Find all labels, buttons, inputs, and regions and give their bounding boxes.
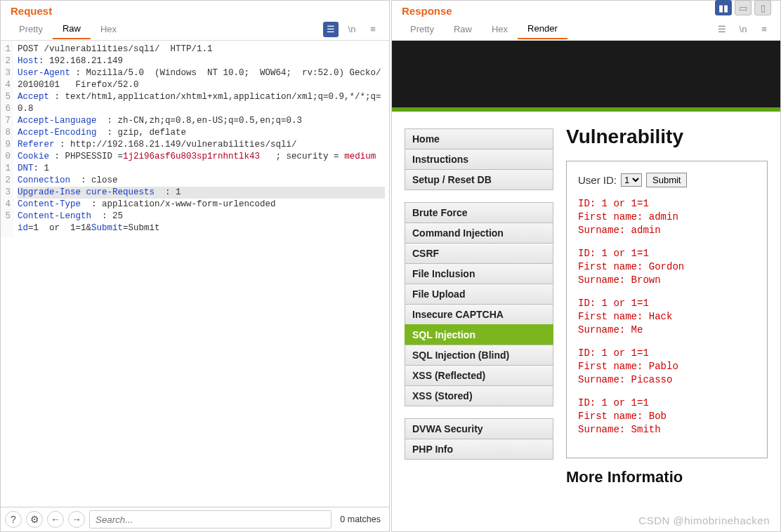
sqli-result: ID: 1 or 1=1 First name: admin Surname: … [578,197,756,237]
sidebar-item-insecure-captcha[interactable]: Insecure CAPTCHA [405,304,553,325]
sidebar-item-sql-injection-blind-[interactable]: SQL Injection (Blind) [405,345,553,366]
request-title: Request [1,1,389,18]
layout-top-button[interactable]: ▭ [735,0,752,15]
actions-icon[interactable]: ☰ [323,22,339,37]
tab-resp-pretty[interactable]: Pretty [400,20,444,39]
sqli-result: ID: 1 or 1=1 First name: Gordon Surname:… [578,247,756,287]
request-tabs: Pretty Raw Hex ☰ \n ≡ [1,18,389,41]
request-panel: Request Pretty Raw Hex ☰ \n ≡ 1234567890… [0,0,390,532]
request-search-bar: ? ⚙ ← → 0 matches [1,507,389,531]
help-icon[interactable]: ? [5,511,22,528]
sidebar-item-php-info[interactable]: PHP Info [405,439,553,460]
matches-label: 0 matches [336,514,385,524]
sidebar-item-csrf[interactable]: CSRF [405,243,553,264]
layout-split-button[interactable]: ▮▮ [715,0,732,15]
user-id-label: User ID: [578,174,617,186]
sidebar-item-file-upload[interactable]: File Upload [405,284,553,305]
newline-icon[interactable]: \n [344,22,360,37]
more-info-heading: More Informatio [566,468,768,486]
sqli-box: User ID: 1 Submit ID: 1 or 1=1 First nam… [566,161,768,458]
search-input[interactable] [89,510,332,528]
sidebar-item-file-inclusion[interactable]: File Inclusion [405,263,553,284]
tab-pretty[interactable]: Pretty [9,20,53,39]
tab-resp-hex[interactable]: Hex [482,20,518,39]
gear-icon[interactable]: ⚙ [26,511,43,528]
layout-single-button[interactable]: ▯ [754,0,771,15]
sidebar-item-dvwa-security[interactable]: DVWA Security [405,418,553,439]
page-title: Vulnerability [566,126,768,148]
sidebar-item-command-injection[interactable]: Command Injection [405,222,553,244]
resp-actions-icon[interactable]: ☰ [714,22,730,37]
menu-icon[interactable]: ≡ [365,22,381,37]
tab-raw[interactable]: Raw [53,19,91,39]
submit-button[interactable]: Submit [646,173,687,187]
sidebar-item-xss-reflected-[interactable]: XSS (Reflected) [405,365,553,386]
sqli-result: ID: 1 or 1=1 First name: Bob Surname: Sm… [578,397,756,437]
sidebar-item-sql-injection[interactable]: SQL Injection [405,324,553,345]
prev-icon[interactable]: ← [47,511,64,528]
sqli-result: ID: 1 or 1=1 First name: Pablo Surname: … [578,347,756,387]
resp-newline-icon[interactable]: \n [735,22,751,37]
sidebar-item-setup-reset-db[interactable]: Setup / Reset DB [405,169,553,190]
tab-hex[interactable]: Hex [91,20,126,39]
resp-menu-icon[interactable]: ≡ [756,22,772,37]
sidebar-item-instructions[interactable]: Instructions [405,149,553,170]
sidebar-item-brute-force[interactable]: Brute Force [405,202,553,223]
request-content[interactable]: 123456789012345 POST /vulnerabilities/sq… [1,41,389,507]
response-panel: Response Pretty Raw Hex Render ☰ \n ≡ Ho… [391,0,781,532]
response-tabs: Pretty Raw Hex Render ☰ \n ≡ [392,18,780,41]
tab-resp-render[interactable]: Render [518,19,567,39]
sqli-result: ID: 1 or 1=1 First name: Hack Surname: M… [578,297,756,337]
response-content[interactable]: HomeInstructionsSetup / Reset DBBrute Fo… [392,41,780,531]
next-icon[interactable]: → [68,511,85,528]
sidebar-item-xss-stored-[interactable]: XSS (Stored) [405,385,553,406]
user-id-select[interactable]: 1 [621,173,642,187]
dvwa-header [392,41,780,107]
dvwa-nav: HomeInstructionsSetup / Reset DBBrute Fo… [392,112,553,493]
tab-resp-raw[interactable]: Raw [444,20,482,39]
sidebar-item-home[interactable]: Home [405,128,553,149]
